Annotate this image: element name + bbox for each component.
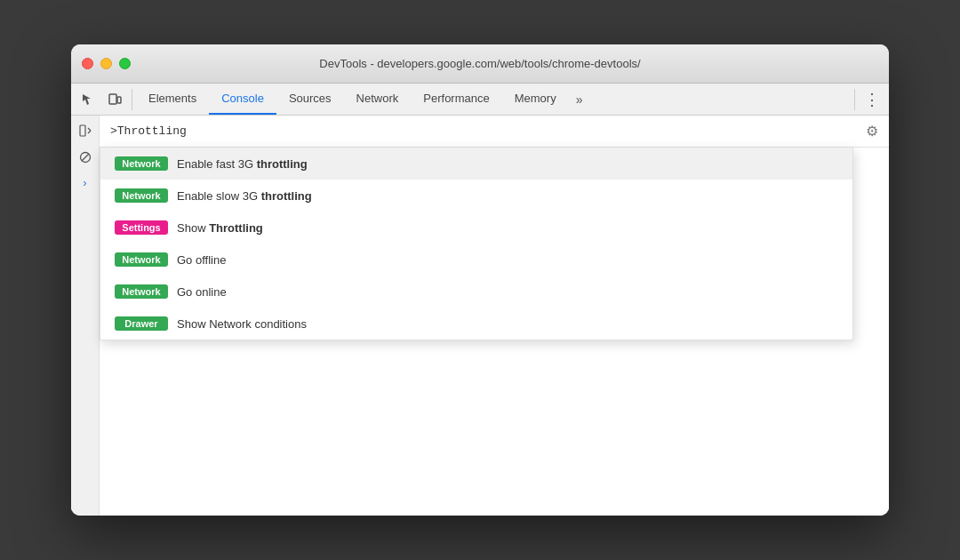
svg-line-4 <box>88 131 91 133</box>
dropdown-item-fast3g[interactable]: Network Enable fast 3G throttling <box>100 148 852 180</box>
dropdown-item-show-throttling[interactable]: Settings Show Throttling <box>100 212 852 244</box>
item-text-slow3g: Enable slow 3G throttling <box>177 189 312 203</box>
tab-list: Elements Console Sources Network Perform… <box>136 84 851 115</box>
device-toggle-button[interactable] <box>101 86 128 113</box>
expand-icon <box>79 124 92 137</box>
window-title: DevTools - developers.google.com/web/too… <box>319 57 640 70</box>
settings-button[interactable]: ⚙ <box>866 123 878 140</box>
svg-rect-0 <box>109 94 116 104</box>
devtools-menu-button[interactable]: ⋮ <box>859 86 885 113</box>
item-text-show-throttling: Show Throttling <box>177 221 263 235</box>
devtools-main: › ⚙ Network Enable fast 3G throttling Ne… <box>71 116 889 516</box>
tab-performance[interactable]: Performance <box>411 84 501 115</box>
dropdown-item-slow3g[interactable]: Network Enable slow 3G throttling <box>100 180 852 212</box>
dropdown-item-go-offline[interactable]: Network Go offline <box>100 244 852 276</box>
devtools-window: DevTools - developers.google.com/web/too… <box>71 44 889 516</box>
badge-network-offline: Network <box>115 252 168 267</box>
tab-memory[interactable]: Memory <box>502 84 569 115</box>
tab-console[interactable]: Console <box>209 84 276 115</box>
dropdown-item-go-online[interactable]: Network Go online <box>100 276 852 308</box>
item-text-go-offline: Go offline <box>177 253 226 267</box>
expand-panel-button[interactable] <box>74 119 97 142</box>
badge-network-slow3g: Network <box>115 188 168 203</box>
devtools-tab-bar: Elements Console Sources Network Perform… <box>71 84 889 116</box>
svg-line-3 <box>88 128 91 131</box>
dropdown-item-network-conditions[interactable]: Drawer Show Network conditions <box>100 308 852 340</box>
devtools-sidebar: › <box>71 116 100 516</box>
traffic-lights <box>82 58 131 69</box>
ban-icon <box>79 151 92 164</box>
item-text-network-conditions: Show Network conditions <box>177 317 307 331</box>
tab-sources[interactable]: Sources <box>276 84 344 115</box>
close-button[interactable] <box>82 58 93 69</box>
minimize-button[interactable] <box>100 58 112 69</box>
title-bar: DevTools - developers.google.com/web/too… <box>71 44 889 84</box>
badge-drawer: Drawer <box>115 316 168 331</box>
toolbar-separator-right <box>854 89 855 110</box>
command-dropdown: Network Enable fast 3G throttling Networ… <box>100 148 853 340</box>
toolbar-separator <box>132 89 132 110</box>
command-bar: ⚙ <box>100 116 889 148</box>
devtools-content: ⚙ Network Enable fast 3G throttling Netw… <box>100 116 889 516</box>
more-tabs-button[interactable]: » <box>569 92 590 107</box>
badge-settings-throttling: Settings <box>115 220 168 235</box>
badge-network-online: Network <box>115 284 168 299</box>
console-chevron: › <box>76 172 93 193</box>
inspect-element-button[interactable] <box>75 86 101 113</box>
tab-elements[interactable]: Elements <box>136 84 209 115</box>
device-icon <box>108 92 122 107</box>
svg-line-6 <box>82 154 89 161</box>
badge-network-fast3g: Network <box>115 156 168 171</box>
svg-rect-2 <box>80 125 85 136</box>
svg-rect-1 <box>117 97 121 103</box>
item-text-go-online: Go online <box>177 285 227 299</box>
maximize-button[interactable] <box>119 58 131 69</box>
inspect-icon <box>81 92 95 107</box>
item-text-fast3g: Enable fast 3G throttling <box>177 157 308 171</box>
command-input[interactable] <box>110 124 866 138</box>
tab-network[interactable]: Network <box>344 84 412 115</box>
clear-console-button[interactable] <box>74 146 97 169</box>
